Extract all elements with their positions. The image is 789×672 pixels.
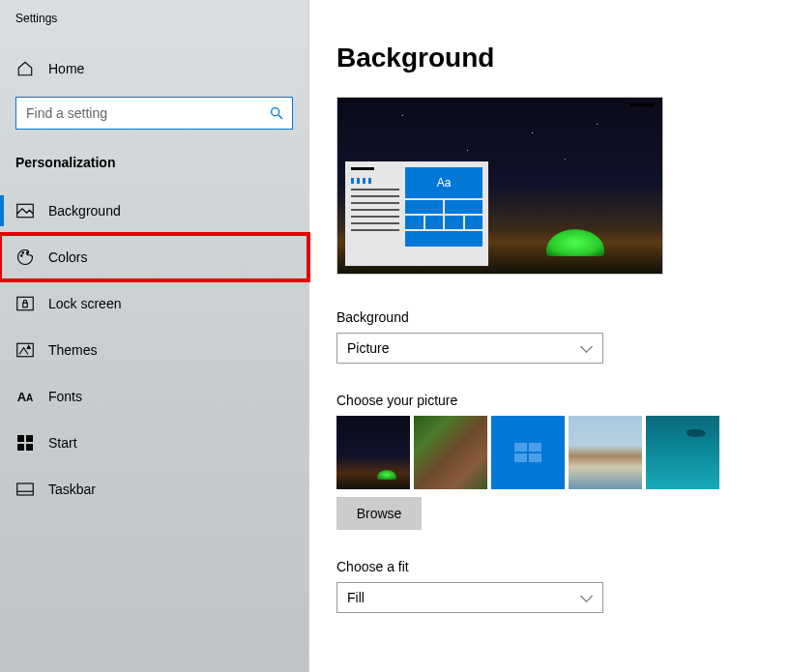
picture-icon xyxy=(15,203,35,219)
lockscreen-icon xyxy=(15,296,35,311)
fit-dropdown[interactable]: Fill xyxy=(336,582,603,613)
background-preview: Aa xyxy=(336,97,663,275)
home-label: Home xyxy=(48,61,84,76)
picture-thumbnail[interactable] xyxy=(569,416,642,489)
sidebar-item-label: Start xyxy=(48,435,77,451)
svg-point-0 xyxy=(272,108,279,116)
start-icon xyxy=(15,435,35,451)
sidebar-item-label: Fonts xyxy=(48,389,82,404)
svg-rect-7 xyxy=(23,303,28,307)
picture-thumbnail[interactable] xyxy=(414,416,487,489)
chevron-down-icon xyxy=(580,590,593,602)
sidebar-item-label: Lock screen xyxy=(48,296,121,311)
taskbar-icon xyxy=(15,482,35,496)
fit-dropdown-value: Fill xyxy=(347,590,365,605)
search-input[interactable] xyxy=(15,97,293,130)
svg-rect-9 xyxy=(17,435,24,442)
svg-point-3 xyxy=(21,255,23,257)
svg-rect-6 xyxy=(17,297,34,310)
window-title: Settings xyxy=(0,12,308,50)
svg-line-1 xyxy=(278,115,282,119)
sidebar-item-label: Background xyxy=(48,203,121,219)
preview-tile-text: Aa xyxy=(405,167,482,198)
sidebar-item-background[interactable]: Background xyxy=(0,188,308,234)
sidebar-item-lockscreen[interactable]: Lock screen xyxy=(0,280,308,327)
palette-icon xyxy=(15,248,35,266)
main-content: Background Aa xyxy=(309,0,789,672)
picture-thumbnail[interactable] xyxy=(646,416,719,489)
browse-button[interactable]: Browse xyxy=(336,497,422,530)
svg-rect-11 xyxy=(17,444,24,451)
picture-thumbnails xyxy=(336,416,762,489)
background-dropdown-value: Picture xyxy=(347,340,390,356)
svg-point-4 xyxy=(22,252,24,254)
background-dropdown-label: Background xyxy=(336,309,762,325)
choose-picture-label: Choose your picture xyxy=(336,393,762,408)
background-dropdown[interactable]: Picture xyxy=(336,333,603,364)
chevron-down-icon xyxy=(580,340,593,353)
sidebar-item-themes[interactable]: Themes xyxy=(0,327,308,373)
picture-thumbnail[interactable] xyxy=(336,416,410,489)
sidebar-item-label: Themes xyxy=(48,342,98,358)
svg-rect-13 xyxy=(17,483,34,495)
themes-icon xyxy=(15,342,35,358)
svg-point-5 xyxy=(27,252,29,254)
search-icon xyxy=(269,105,284,121)
page-title: Background xyxy=(336,43,762,73)
home-icon xyxy=(15,60,35,77)
picture-thumbnail[interactable] xyxy=(491,416,565,489)
fonts-icon: AA xyxy=(15,390,35,404)
sidebar: Settings Home Personalization Background xyxy=(0,0,309,672)
search-field[interactable] xyxy=(24,104,269,122)
sidebar-item-start[interactable]: Start xyxy=(0,420,308,466)
svg-rect-10 xyxy=(26,435,33,442)
home-button[interactable]: Home xyxy=(0,50,308,87)
sidebar-item-label: Taskbar xyxy=(48,482,96,497)
sidebar-item-colors[interactable]: Colors xyxy=(0,234,308,280)
sidebar-item-fonts[interactable]: AA Fonts xyxy=(0,373,308,420)
section-title: Personalization xyxy=(0,149,308,188)
sidebar-item-taskbar[interactable]: Taskbar xyxy=(0,466,308,512)
svg-rect-12 xyxy=(26,444,33,451)
sidebar-item-label: Colors xyxy=(48,249,87,265)
fit-dropdown-label: Choose a fit xyxy=(336,559,762,574)
